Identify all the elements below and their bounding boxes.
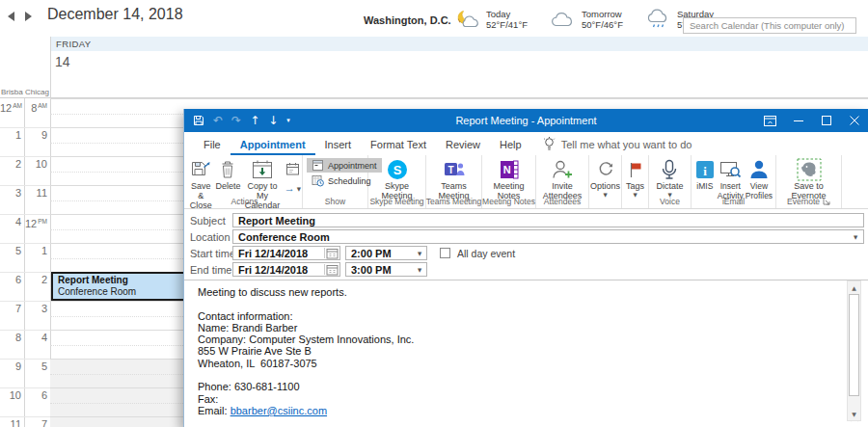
hour-label: 11 (0, 418, 21, 427)
appointment-page-icon (312, 159, 324, 172)
teams-meeting-button[interactable]: TTeamsMeeting (437, 157, 470, 200)
tab-format-text[interactable]: Format Text (361, 135, 436, 155)
invite-attendees-icon (551, 157, 574, 181)
appointment-body-editor[interactable]: Meeting to discuss new reports. Contact … (184, 280, 868, 427)
move-up-icon[interactable]: ↑ (250, 115, 259, 126)
hour-label: 4 (0, 216, 21, 227)
end-date-picker-icon[interactable] (324, 264, 339, 275)
forward-button[interactable]: →▼ (284, 157, 302, 193)
tab-review[interactable]: Review (436, 135, 490, 155)
view-profiles-button[interactable]: ViewProfiles (745, 157, 773, 200)
hour-label: 10 (24, 158, 47, 170)
tab-appointment[interactable]: Appointment (231, 135, 315, 155)
location-field[interactable]: Conference Room (232, 229, 864, 244)
gutter-hour-line (0, 416, 50, 417)
options-button[interactable]: Options▼ (589, 157, 621, 198)
scrollbar-thumb[interactable] (849, 294, 859, 396)
ribbon-group-label: Evernote (776, 197, 841, 206)
ribbon-display-options-icon[interactable] (756, 109, 784, 132)
forward-arrow-icon: →▼ (285, 183, 301, 193)
redo-icon[interactable]: ↷ (231, 115, 241, 126)
ribbon-group-label: iEmail (692, 197, 775, 206)
gutter-hour-line (0, 127, 50, 128)
button-label: Save to (794, 181, 824, 191)
dialog-launcher-icon[interactable] (823, 198, 830, 205)
teams-icon: T (443, 157, 466, 181)
weather-day[interactable]: Today52°F/41°F (454, 7, 528, 32)
ribbon-group-label: Actions (187, 197, 302, 206)
imis-button[interactable]: iiMIS (693, 157, 717, 191)
ribbon-group: iiMISInsertActivityViewProfilesiEmail (692, 155, 776, 208)
scroll-down-icon[interactable]: ▼ (848, 408, 860, 420)
delete-button[interactable]: Delete (214, 157, 241, 191)
button-label: iMIS (696, 181, 713, 191)
tab-insert[interactable]: Insert (315, 135, 362, 155)
ribbon-group: AppointmentSchedulingShow (303, 155, 368, 208)
weather-day-temps: 50°F/46°F (582, 19, 623, 30)
hour-label: 8 (0, 332, 21, 343)
save-icon[interactable] (193, 115, 204, 126)
body-scrollbar[interactable]: ▲ ▼ (847, 280, 861, 421)
onenote-icon: N (498, 157, 521, 181)
qat-customize-icon[interactable]: ▾ (286, 115, 290, 126)
end-time-field[interactable]: 3:00 PM (345, 262, 427, 277)
ribbon-group: Options▼ (589, 155, 622, 208)
day-of-week-header[interactable]: FRIDAY (50, 37, 868, 51)
undo-icon[interactable]: ↶ (213, 115, 223, 126)
dropdown-caret-icon: ▼ (603, 192, 607, 198)
timezone-column-divider (24, 98, 25, 427)
hour-label: 11 (24, 187, 47, 199)
search-input[interactable] (683, 17, 856, 34)
dictate-button[interactable]: Dictate▼ (655, 157, 684, 198)
ribbon-group-label: Meeting Notes (482, 197, 535, 206)
insert-activity-button[interactable]: InsertActivity (717, 157, 745, 200)
appointment-window: ↶↷↑↓▾ Report Meeting - Appointment FileA… (183, 109, 868, 427)
end-time-dropdown-icon[interactable]: ▼ (418, 267, 421, 273)
body-line: Email: bbarber@csiinc.com (198, 405, 843, 416)
hour-label: 6 (24, 389, 47, 401)
close-button[interactable] (840, 109, 868, 132)
tell-me-box[interactable]: Tell me what you want to do (543, 137, 692, 155)
scheduling-view-button[interactable]: Scheduling (307, 173, 376, 188)
body-line: Name: Brandi Barber (198, 322, 843, 334)
hour-label: 2 (24, 274, 47, 285)
maximize-button[interactable] (812, 109, 840, 132)
tab-help[interactable]: Help (490, 135, 531, 155)
tags-button[interactable]: Tags▼ (625, 157, 646, 198)
hour-label: 5 (24, 360, 47, 372)
location-dropdown-icon[interactable]: ▼ (854, 234, 857, 240)
tab-file[interactable]: File (194, 135, 231, 155)
scroll-up-icon[interactable]: ▲ (848, 281, 860, 294)
start-time-value: 2:00 PM (351, 248, 392, 259)
end-date-field[interactable]: Fri 12/14/2018 (232, 262, 340, 277)
window-titlebar[interactable]: ↶↷↑↓▾ Report Meeting - Appointment (184, 109, 868, 132)
weather-location-selector[interactable]: Washington, D.C. ▼ (364, 14, 462, 26)
body-line: Fax: (198, 393, 843, 405)
start-time-dropdown-icon[interactable]: ▼ (418, 251, 421, 256)
button-label: Insert (720, 181, 741, 191)
button-label: Delete (215, 181, 240, 191)
previous-day-button[interactable] (8, 12, 14, 21)
hour-label: 5 (0, 245, 21, 256)
next-day-button[interactable] (25, 12, 32, 21)
button-label: Options (590, 181, 620, 191)
skype-meeting-button[interactable]: SSkypeMeeting (380, 157, 413, 200)
invite-attendees-button[interactable]: InviteAttendees (542, 157, 583, 200)
weather-day[interactable]: Tomorrow50°F/46°F (550, 7, 623, 32)
ribbon-group: SSkypeMeetingSkype Meeting (368, 155, 426, 208)
save-to-evernote-button[interactable]: Save toEvernote (790, 157, 827, 200)
meeting-notes-button[interactable]: NMeetingNotes (492, 157, 525, 200)
start-date-picker-icon[interactable] (324, 248, 339, 258)
start-time-field[interactable]: 2:00 PM (345, 246, 427, 260)
options-icon (596, 157, 615, 181)
move-down-icon[interactable]: ↓ (268, 115, 278, 126)
start-time-label: Start time (190, 248, 235, 259)
ribbon-group-buttons: Tags▼ (625, 157, 646, 208)
start-date-field[interactable]: Fri 12/14/2018 (232, 246, 340, 260)
subject-field[interactable]: Report Meeting (232, 213, 864, 227)
ribbon-group: NMeetingNotesMeeting Notes (482, 155, 536, 208)
body-line: 855 W Prairie Ave Ste B (198, 345, 843, 357)
minimize-button[interactable] (784, 109, 812, 132)
email-link[interactable]: bbarber@csiinc.com (231, 405, 327, 416)
all-day-checkbox[interactable] (440, 248, 450, 258)
